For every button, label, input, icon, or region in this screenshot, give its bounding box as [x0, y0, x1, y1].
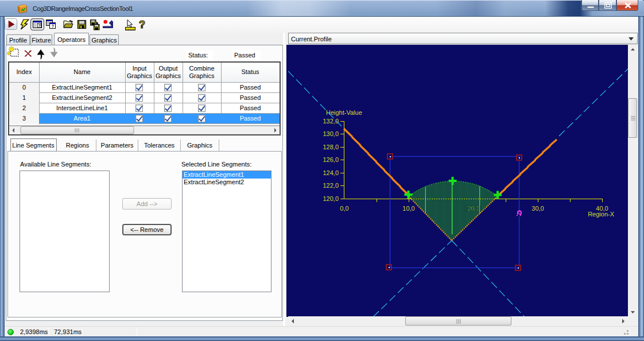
svg-text:30,0: 30,0 — [532, 205, 544, 212]
svg-text:?: ? — [139, 19, 145, 30]
svg-text:126,0: 126,0 — [323, 156, 339, 163]
svg-text:10,0: 10,0 — [402, 205, 414, 212]
svg-text:124,0: 124,0 — [323, 169, 339, 176]
svg-text:?: ? — [52, 24, 54, 28]
svg-text:Region-X: Region-X — [588, 211, 615, 218]
svg-text:?: ? — [38, 23, 41, 28]
svg-text:122,0: 122,0 — [323, 182, 339, 189]
svg-text:0,0: 0,0 — [340, 205, 348, 212]
svg-text:120,0: 120,0 — [323, 195, 339, 202]
svg-text:128,0: 128,0 — [323, 144, 339, 150]
svg-text:130,0: 130,0 — [323, 130, 339, 137]
svg-text:Height-Value: Height-Value — [326, 109, 362, 116]
